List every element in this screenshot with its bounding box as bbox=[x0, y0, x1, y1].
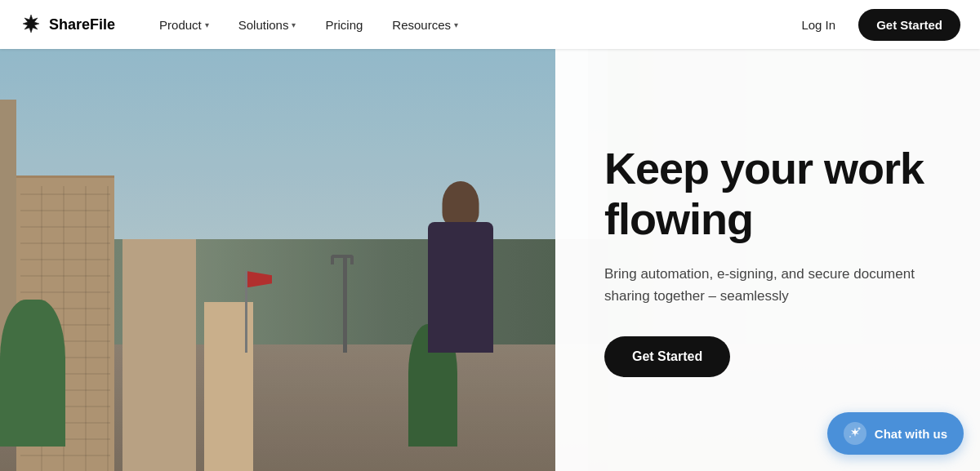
nav-item-resources[interactable]: Resources ▾ bbox=[381, 11, 470, 38]
nav-links: Product ▾ Solutions ▾ Pricing Resources … bbox=[148, 11, 791, 38]
get-started-nav-button[interactable]: Get Started bbox=[858, 9, 960, 41]
sharefile-logo-icon bbox=[20, 13, 42, 36]
nav-actions: Log In Get Started bbox=[791, 9, 960, 41]
svg-point-0 bbox=[858, 428, 860, 430]
logo[interactable]: ShareFile bbox=[20, 13, 115, 36]
get-started-hero-button[interactable]: Get Started bbox=[604, 336, 730, 377]
chevron-down-icon: ▾ bbox=[205, 20, 209, 29]
nav-item-product[interactable]: Product ▾ bbox=[148, 11, 220, 38]
chevron-down-icon: ▾ bbox=[292, 20, 296, 29]
svg-point-1 bbox=[849, 436, 851, 438]
login-button[interactable]: Log In bbox=[791, 11, 845, 38]
chat-label: Chat with us bbox=[875, 427, 947, 441]
chevron-down-icon: ▾ bbox=[454, 20, 458, 29]
hero-section: Keep your work flowing Bring automation,… bbox=[0, 49, 980, 471]
hero-headline: Keep your work flowing bbox=[604, 143, 931, 244]
nav-item-solutions[interactable]: Solutions ▾ bbox=[227, 11, 308, 38]
chat-sparkle-icon bbox=[844, 422, 866, 445]
hero-subheadline: Bring automation, e-signing, and secure … bbox=[604, 264, 915, 307]
scene-overlay bbox=[0, 49, 608, 471]
navbar: ShareFile Product ▾ Solutions ▾ Pricing … bbox=[0, 0, 980, 49]
chat-widget[interactable]: Chat with us bbox=[827, 412, 964, 455]
nav-item-pricing[interactable]: Pricing bbox=[314, 11, 374, 38]
brand-name: ShareFile bbox=[49, 16, 115, 33]
hero-content-panel: Keep your work flowing Bring automation,… bbox=[555, 49, 980, 471]
